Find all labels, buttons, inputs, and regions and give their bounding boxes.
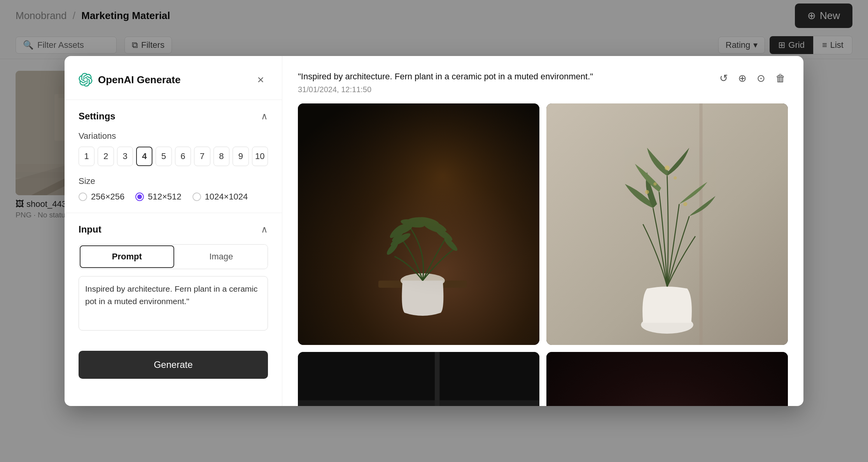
settings-collapse-button[interactable]: ∧ xyxy=(261,111,268,122)
input-header: Input ∧ xyxy=(79,224,268,235)
result-actions: ↺ ⊕ ⊙ 🗑 xyxy=(717,70,788,87)
variation-2[interactable]: 2 xyxy=(98,147,114,166)
gen-image-3-svg xyxy=(298,352,539,406)
settings-section: Settings ∧ Variations 1 2 3 4 5 6 7 8 9 … xyxy=(79,100,268,213)
variation-10[interactable]: 10 xyxy=(252,147,268,166)
modal-header: OpenAI Generate × xyxy=(79,72,268,88)
modal-left-panel: OpenAI Generate × Settings ∧ Variations … xyxy=(65,56,282,406)
generated-image-4[interactable] xyxy=(546,352,788,406)
size-1024-label: 1024×1024 xyxy=(205,192,248,202)
size-1024-radio[interactable] xyxy=(192,192,201,201)
input-section: Input ∧ Prompt Image Inspired by archite… xyxy=(79,213,268,343)
generated-images-grid xyxy=(298,103,788,406)
variations-row: 1 2 3 4 5 6 7 8 9 10 xyxy=(79,147,268,166)
variation-5[interactable]: 5 xyxy=(156,147,172,166)
size-1024-option[interactable]: 1024×1024 xyxy=(192,192,248,202)
gen-image-4-svg xyxy=(546,352,788,406)
variation-6[interactable]: 6 xyxy=(175,147,191,166)
svg-rect-42 xyxy=(298,400,539,406)
result-prompt-text: "Inspired by architecture. Fern plant in… xyxy=(298,70,709,83)
size-label: Size xyxy=(79,176,268,186)
size-256-option[interactable]: 256×256 xyxy=(79,192,124,202)
svg-rect-41 xyxy=(298,352,539,406)
svg-point-40 xyxy=(683,202,687,206)
modal-overlay: OpenAI Generate × Settings ∧ Variations … xyxy=(0,0,868,462)
variation-3[interactable]: 3 xyxy=(117,147,133,166)
size-512-option[interactable]: 512×512 xyxy=(135,192,181,202)
size-256-label: 256×256 xyxy=(91,192,124,202)
size-256-radio[interactable] xyxy=(79,192,87,201)
input-tab-row: Prompt Image xyxy=(79,244,268,269)
result-date: 31/01/2024, 12:11:50 xyxy=(298,85,709,94)
refresh-button[interactable]: ↺ xyxy=(717,70,730,87)
tab-image[interactable]: Image xyxy=(175,245,268,269)
settings-title: Settings xyxy=(79,111,116,122)
variation-7[interactable]: 7 xyxy=(194,147,210,166)
svg-rect-34 xyxy=(699,103,702,345)
result-meta: "Inspired by architecture. Fern plant in… xyxy=(298,70,709,94)
svg-point-38 xyxy=(665,165,669,170)
generate-button[interactable]: Generate xyxy=(79,351,268,379)
generated-image-1[interactable] xyxy=(298,103,539,345)
prompt-textarea[interactable]: Inspired by architecture. Fern plant in … xyxy=(79,276,268,331)
input-title: Input xyxy=(79,224,102,235)
svg-rect-55 xyxy=(546,352,788,406)
gen-image-1-svg xyxy=(298,103,539,345)
variation-8[interactable]: 8 xyxy=(214,147,229,166)
download-button[interactable]: ⊙ xyxy=(754,70,768,87)
gen-image-2-svg xyxy=(546,103,788,345)
variations-label: Variations xyxy=(79,131,268,141)
openai-logo-icon xyxy=(79,73,93,87)
variation-9[interactable]: 9 xyxy=(233,147,248,166)
svg-point-36 xyxy=(645,190,649,194)
modal-close-button[interactable]: × xyxy=(253,72,268,88)
modal-right-panel: "Inspired by architecture. Fern plant in… xyxy=(282,56,803,406)
tab-prompt[interactable]: Prompt xyxy=(80,245,174,268)
generated-image-2[interactable] xyxy=(546,103,788,345)
variation-1[interactable]: 1 xyxy=(79,147,94,166)
svg-rect-32 xyxy=(298,103,539,345)
size-512-label: 512×512 xyxy=(148,192,181,202)
svg-point-37 xyxy=(653,182,656,186)
generated-image-3[interactable] xyxy=(298,352,539,406)
svg-rect-48 xyxy=(435,352,439,406)
modal-title-row: OpenAI Generate xyxy=(79,73,180,87)
result-header: "Inspired by architecture. Fern plant in… xyxy=(298,70,788,94)
delete-button[interactable]: 🗑 xyxy=(773,70,788,87)
modal-title: OpenAI Generate xyxy=(98,74,180,86)
size-512-radio[interactable] xyxy=(135,192,144,201)
add-button[interactable]: ⊕ xyxy=(736,70,749,87)
openai-generate-modal: OpenAI Generate × Settings ∧ Variations … xyxy=(65,56,803,406)
input-collapse-button[interactable]: ∧ xyxy=(261,224,268,235)
settings-header: Settings ∧ xyxy=(79,111,268,122)
size-row: 256×256 512×512 1024×1024 xyxy=(79,192,268,202)
svg-point-39 xyxy=(674,176,677,179)
variation-4[interactable]: 4 xyxy=(136,147,152,166)
